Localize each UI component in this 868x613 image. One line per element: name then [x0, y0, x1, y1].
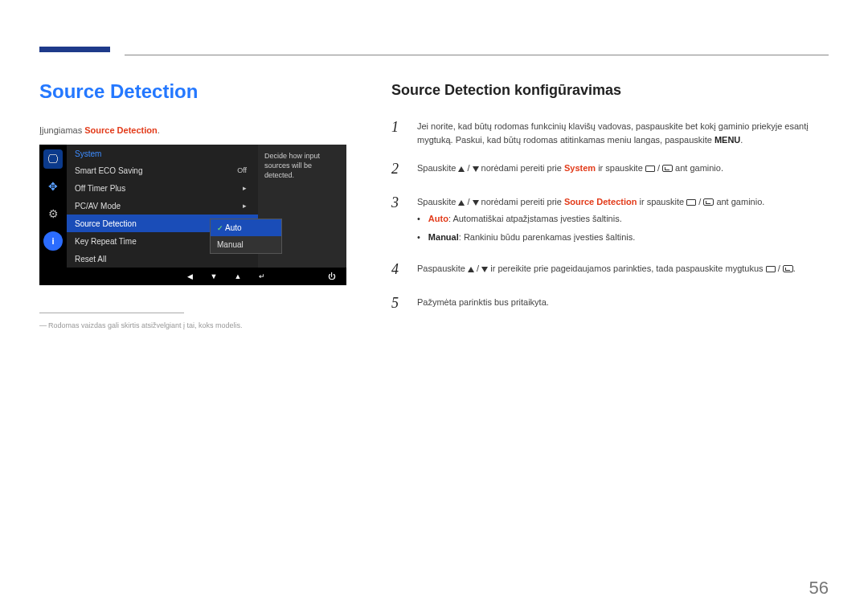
osd-submenu: ✓Auto Manual [210, 219, 282, 254]
button-icon [686, 199, 696, 206]
step-text: Pažymėta parinktis bus pritaikyta. [417, 292, 549, 315]
t: ir spauskite [637, 197, 686, 206]
section-heading: Source Detection konfigūravimas [391, 82, 829, 99]
enter-icon [783, 265, 793, 272]
step-text: Paspauskite / ir pereikite prie pageidau… [417, 259, 796, 281]
osd-submenu-auto: ✓Auto [211, 219, 281, 236]
right-column: Source Detection konfigūravimas 1 Jei no… [391, 80, 829, 329]
step-number: 3 [391, 192, 403, 247]
nav-enter-icon: ↵ [256, 272, 268, 280]
arrow-up-icon [458, 166, 465, 172]
step-number: 1 [391, 116, 403, 147]
arrow-up-icon [468, 267, 474, 272]
bullet-manual: Manual: Rankiniu būdu parenkamas įvestie… [417, 231, 764, 244]
steps-list: 1 Jei norite, kad būtų rodomas funkcinių… [391, 116, 829, 315]
left-column: Source Detection Įjungiamas Source Detec… [39, 80, 345, 329]
t: ir spauskite [596, 163, 645, 173]
nav-down-icon: ▼ [208, 272, 219, 280]
footnote-rule [39, 313, 184, 313]
osd-row-value: ▸ [243, 184, 250, 192]
osd-row-label: Reset All [75, 255, 250, 264]
arrow-down-icon [473, 200, 479, 206]
step-text: Jei norite, kad būtų rodomas funkcinių k… [417, 116, 829, 147]
osd-sub-label: Auto [225, 223, 242, 232]
arrow-down-icon [481, 267, 488, 272]
step-2: 2 Spauskite / norėdami pereiti prie Syst… [391, 158, 829, 181]
power-icon: ⏻ [326, 272, 337, 280]
osd-row-label: Off Timer Plus [75, 184, 243, 193]
step-number: 2 [391, 158, 403, 181]
arrow-up-icon [458, 200, 465, 206]
osd-submenu-manual: Manual [211, 236, 281, 253]
bullet-dot [417, 212, 420, 226]
osd-footer: ◀ ▼ ▲ ↵ ⏻ [39, 268, 346, 285]
button-icon [645, 166, 655, 172]
step-1: 1 Jei norite, kad būtų rodomas funkcinių… [391, 116, 829, 147]
t: ant gaminio. [673, 163, 723, 173]
osd-row-label: Smart ECO Saving [75, 166, 237, 175]
osd-screenshot: 🖵 ✥ ⚙ i System Smart ECO Saving Off Off … [39, 145, 346, 285]
t: norėdami pereiti prie [479, 163, 564, 173]
options-bullets: Auto: Automatiškai atpažįstamas įvesties… [417, 212, 764, 244]
bullet-text: Auto: Automatiškai atpažįstamas įvesties… [428, 212, 622, 226]
t: . [740, 135, 743, 145]
manual-keyword: Manual [428, 232, 459, 242]
menu-keyword: MENU [714, 135, 740, 145]
arrow-down-icon [473, 166, 479, 172]
t: Spauskite [417, 163, 458, 173]
t: Spauskite [417, 197, 458, 206]
page-title: Source Detection [39, 80, 345, 103]
osd-sub-label: Manual [217, 240, 244, 249]
enter-icon [703, 198, 714, 206]
info-icon: i [43, 231, 63, 251]
osd-row-eco: Smart ECO Saving Off [67, 161, 258, 179]
enter-icon [662, 165, 673, 172]
footnote-text: Rodomas vaizdas gali skirtis atsižvelgia… [39, 321, 345, 329]
intro-text: Įjungiamas Source Detection. [39, 125, 345, 135]
step-3: 3 Spauskite / norėdami pereiti prie Sour… [391, 192, 829, 247]
intro-post: . [158, 125, 160, 135]
step-text: Spauskite / norėdami pereiti prie System… [417, 158, 723, 181]
t: Paspauskite [417, 264, 468, 273]
osd-row-pcav: PC/AV Mode ▸ [67, 197, 258, 215]
header-accent-bar [39, 47, 110, 52]
nav-left-icon: ◀ [184, 272, 195, 280]
source-detection-keyword: Source Detection [564, 197, 637, 206]
osd-section-title: System [67, 145, 258, 161]
intro-keyword: Source Detection [84, 125, 157, 135]
step-number: 5 [391, 292, 403, 315]
step-number: 4 [391, 259, 403, 281]
bullet-auto: Auto: Automatiškai atpažįstamas įvesties… [417, 212, 764, 226]
system-keyword: System [564, 163, 596, 173]
step-4: 4 Paspauskite / ir pereikite prie pageid… [391, 259, 829, 281]
osd-row-value: ▸ [243, 202, 250, 210]
osd-row-timer: Off Timer Plus ▸ [67, 179, 258, 197]
t: : Automatiškai atpažįstamas įvesties šal… [448, 214, 622, 223]
t: norėdami pereiti prie [479, 197, 564, 206]
check-icon: ✓ [217, 224, 223, 232]
move-icon: ✥ [43, 177, 63, 196]
page-content: Source Detection Įjungiamas Source Detec… [0, 0, 868, 329]
t: : Rankiniu būdu parenkamas įvesties šalt… [459, 232, 636, 242]
page-number: 56 [809, 578, 829, 599]
header-rule [125, 55, 829, 55]
monitor-icon: 🖵 [43, 149, 63, 169]
nav-up-icon: ▲ [232, 272, 244, 280]
bullet-dot [417, 231, 420, 244]
osd-body: 🖵 ✥ ⚙ i System Smart ECO Saving Off Off … [39, 145, 346, 268]
gear-icon: ⚙ [43, 204, 63, 223]
osd-row-label: PC/AV Mode [75, 202, 243, 210]
osd-row-value: Off [237, 166, 250, 174]
button-icon [766, 266, 776, 272]
osd-icon-column: 🖵 ✥ ⚙ i [39, 145, 67, 268]
intro-pre: Įjungiamas [39, 125, 84, 135]
step-5: 5 Pažymėta parinktis bus pritaikyta. [391, 292, 829, 315]
t: Jei norite, kad būtų rodomas funkcinių k… [417, 121, 809, 145]
bullet-text: Manual: Rankiniu būdu parenkamas įvestie… [428, 231, 635, 244]
t: . [793, 264, 796, 273]
t: ant gaminio. [714, 197, 764, 206]
step-text: Spauskite / norėdami pereiti prie Source… [417, 192, 764, 247]
t: ir pereikite prie pageidaujamos parinkti… [488, 264, 765, 273]
auto-keyword: Auto [428, 214, 448, 223]
